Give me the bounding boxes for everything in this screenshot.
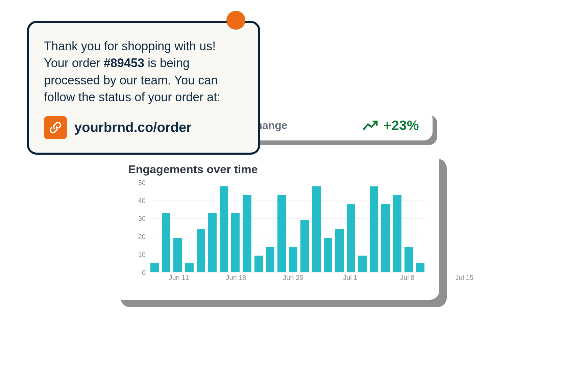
chart-bar [162, 213, 170, 272]
chart-bar [335, 229, 344, 272]
order-confirmation-card: Thank you for shopping with us! Your ord… [27, 21, 260, 155]
y-tick-label: 10 [138, 251, 146, 258]
chart-bar [208, 213, 217, 272]
weekly-change-value: +23% [384, 118, 419, 133]
chart-bar [405, 247, 413, 272]
chart-plot [150, 183, 424, 272]
chart-bar [300, 220, 309, 272]
chart-bar [220, 186, 228, 272]
accent-dot-icon [226, 11, 245, 30]
chart-bars [150, 183, 424, 272]
chart-bar [243, 195, 251, 272]
order-link-text[interactable]: yourbrnd.co/order [74, 120, 192, 135]
chart-bar [266, 247, 274, 272]
trend-up-icon [363, 120, 378, 130]
engagements-chart-card: Engagements over time 01020304050 Jun 11… [113, 151, 439, 300]
chart-bar [150, 263, 159, 272]
x-tick-label: Jun 18 [226, 274, 246, 282]
order-link-row[interactable]: yourbrnd.co/order [44, 116, 243, 139]
chart-bar [324, 238, 332, 272]
chart-bar [277, 195, 286, 272]
chart-bar [185, 263, 194, 272]
x-tick-label: Jul 8 [400, 274, 414, 282]
chart-bar [393, 195, 401, 272]
chart-bar [173, 238, 182, 272]
x-tick-label: Jun 11 [169, 274, 189, 282]
order-number: #89453 [104, 56, 144, 70]
chart-area: 01020304050 Jun 11Jun 18Jun 25Jul 1Jul 8… [128, 183, 424, 284]
y-tick-label: 30 [138, 215, 146, 223]
chart-title: Engagements over time [128, 163, 424, 176]
order-confirmation-text: Thank you for shopping with us! Your ord… [44, 38, 243, 106]
y-tick-label: 20 [138, 233, 146, 240]
chart-bar [289, 247, 297, 272]
chart-bar [416, 263, 424, 272]
chart-bar [254, 256, 263, 272]
chart-bar [347, 204, 355, 272]
link-icon [44, 116, 67, 139]
y-tick-label: 40 [138, 197, 146, 205]
chart-bar [312, 186, 320, 272]
x-tick-label: Jul 1 [343, 274, 357, 282]
y-tick-label: 0 [142, 269, 146, 277]
chart-bar [231, 213, 240, 272]
chart-bar [197, 229, 205, 272]
x-tick-label: Jul 15 [456, 274, 473, 282]
chart-bar [381, 204, 390, 272]
chart-bar [358, 256, 367, 272]
chart-bar [370, 186, 378, 272]
y-tick-label: 50 [138, 179, 146, 187]
x-tick-label: Jun 25 [283, 274, 303, 282]
